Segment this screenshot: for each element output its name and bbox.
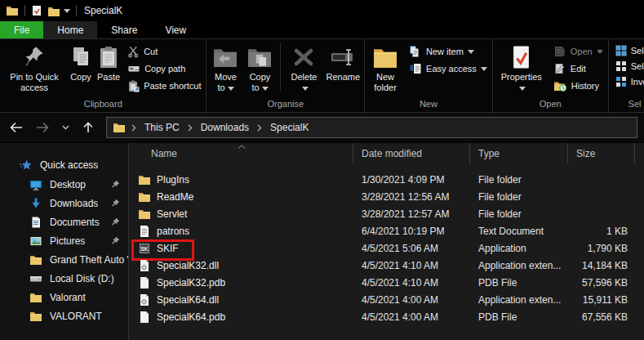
file-row[interactable]: PlugIns1/30/2021 4:09 PMFile folder [129, 171, 644, 188]
drive-icon [29, 272, 42, 285]
sidebar-item-pictures[interactable]: Pictures [0, 231, 128, 250]
easy-access-icon [409, 62, 422, 75]
tab-file[interactable]: File [0, 21, 43, 38]
file-row[interactable]: patrons6/4/2021 10:19 PMText Document1 K… [129, 222, 644, 239]
pictures-icon [29, 235, 42, 248]
paste-button[interactable]: Paste [95, 40, 122, 96]
file-row[interactable]: SpecialK64.dll4/5/2021 4:00 AMApplicatio… [129, 291, 644, 308]
address-bar[interactable]: This PC Downloads SpecialK [106, 117, 637, 138]
file-size: 67,556 KB [568, 311, 635, 323]
column-header-type[interactable]: Type [470, 143, 568, 164]
pin-icon [111, 236, 120, 245]
breadcrumb-downloads[interactable]: Downloads [198, 121, 251, 134]
back-button[interactable] [8, 119, 24, 136]
file-date-modified: 4/5/2021 4:10 AM [353, 277, 470, 289]
tab-view[interactable]: View [151, 21, 200, 38]
invert-selection-button[interactable]: Invert [615, 76, 644, 87]
sidebar-item-quick-access[interactable]: Quick access [0, 155, 128, 175]
file-type: PDB File [470, 277, 568, 289]
move-to-button[interactable]: Move to [208, 40, 242, 96]
file-name: Servlet [157, 208, 187, 220]
file-row[interactable]: SKSKIF4/5/2021 5:06 AMApplication1,790 K… [129, 239, 644, 257]
select-all-button[interactable]: Select [615, 45, 644, 56]
paste-icon [98, 42, 119, 72]
sidebar-item-downloads[interactable]: Downloads [0, 194, 128, 212]
file-row[interactable]: SpecialK32.pdb4/5/2021 4:10 AMPDB File57… [129, 274, 644, 291]
history-button[interactable]: History [553, 79, 603, 92]
breadcrumb-this-pc[interactable]: This PC [142, 121, 182, 134]
chevron-down-icon [302, 87, 309, 91]
sidebar-item-local-disk-d[interactable]: Local Disk (D:) [0, 269, 128, 288]
invert-selection-icon [615, 76, 627, 87]
file-date-modified: 4/5/2021 4:10 AM [353, 260, 470, 271]
new-item-button[interactable]: New item [409, 45, 487, 58]
up-button[interactable] [80, 119, 96, 136]
group-label-organise: Organise [208, 96, 362, 112]
properties-button[interactable]: Properties [495, 40, 549, 96]
new-item-icon [409, 45, 422, 58]
file-row[interactable]: ReadMe3/28/2021 12:56 AMFile folder [129, 188, 644, 205]
file-name-cell[interactable]: SKSKIF [129, 242, 353, 255]
group-label-open: Open [495, 96, 606, 112]
edit-button[interactable]: Edit [553, 62, 603, 75]
quick-access-label: Quick access [40, 159, 98, 171]
pin-to-quick-access-button[interactable]: Pin to Quick access [2, 40, 67, 96]
file-row[interactable]: SpecialK64.pdb4/5/2021 4:00 AMPDB File67… [129, 308, 644, 325]
sidebar-item-label: Pictures [50, 235, 85, 247]
properties-icon [511, 42, 531, 72]
rename-button[interactable]: Rename [323, 40, 362, 96]
file-name-cell[interactable]: SpecialK64.pdb [129, 311, 353, 324]
open-button[interactable]: Open [553, 45, 603, 58]
tab-share[interactable]: Share [97, 21, 151, 38]
copy-icon [69, 42, 92, 72]
file-row[interactable]: Servlet3/28/2021 12:57 AMFile folder [129, 205, 644, 222]
new-folder-button[interactable]: New folder [366, 40, 404, 96]
pin-icon [111, 217, 120, 226]
pdb-file-icon [138, 276, 151, 289]
file-name-cell[interactable]: ReadMe [129, 190, 353, 204]
new-folder-quick-icon[interactable] [47, 5, 59, 16]
sidebar-item-desktop[interactable]: Desktop [0, 175, 128, 194]
recent-locations-button[interactable] [60, 119, 70, 136]
select-none-button[interactable]: Select [615, 60, 644, 72]
file-name-cell[interactable]: SpecialK64.dll [129, 293, 353, 306]
file-name: SpecialK64.pdb [157, 311, 225, 323]
pdb-file-icon [138, 311, 151, 324]
sidebar-item-grand-theft-auto-v[interactable]: Grand Theft Auto V [0, 250, 128, 269]
folder-icon [29, 291, 42, 304]
title-bar: SpecialK [0, 0, 644, 21]
column-header-size[interactable]: Size [568, 143, 635, 164]
breadcrumb-specialk[interactable]: SpecialK [268, 121, 311, 134]
file-name-cell[interactable]: SpecialK32.pdb [129, 276, 353, 289]
chevron-down-icon [262, 87, 269, 91]
paste-shortcut-button[interactable]: Paste shortcut [127, 79, 201, 92]
copy-path-button[interactable]: Copy path [127, 62, 201, 75]
cut-button[interactable]: Cut [127, 45, 201, 58]
sidebar-item-valorant[interactable]: Valorant [0, 288, 128, 306]
properties-quick-icon[interactable] [31, 5, 42, 16]
delete-button[interactable]: Delete [284, 40, 323, 96]
chevron-down-icon [228, 87, 234, 91]
tab-home[interactable]: Home [43, 21, 97, 38]
file-size: 57,596 KB [568, 277, 635, 289]
copy-button[interactable]: Copy [67, 40, 95, 96]
forward-button[interactable] [34, 119, 51, 136]
skif-file-icon: SK [138, 242, 151, 255]
copy-to-icon [247, 42, 272, 72]
file-name-cell[interactable]: SpecialK32.dll [129, 259, 353, 272]
column-header-date-modified[interactable]: Date modified [353, 143, 470, 164]
navigation-bar: This PC Downloads SpecialK [0, 113, 644, 143]
file-name-cell[interactable]: PlugIns [129, 173, 353, 186]
file-name-cell[interactable]: Servlet [129, 208, 353, 221]
easy-access-button[interactable]: Easy access [409, 62, 487, 75]
file-type: Text Document [470, 226, 568, 237]
document-icon [29, 216, 42, 229]
copy-path-icon [127, 62, 140, 75]
copy-to-button[interactable]: Copy to [242, 40, 277, 96]
file-name-cell[interactable]: patrons [129, 225, 353, 238]
file-row[interactable]: SpecialK32.dll4/5/2021 4:10 AMApplicatio… [129, 257, 644, 274]
sidebar-item-valorant[interactable]: VALORANT [0, 306, 128, 325]
file-date-modified: 3/28/2021 12:57 AM [353, 208, 470, 220]
quick-access-toolbar-caret-icon[interactable] [64, 9, 70, 13]
sidebar-item-documents[interactable]: Documents [0, 212, 128, 231]
